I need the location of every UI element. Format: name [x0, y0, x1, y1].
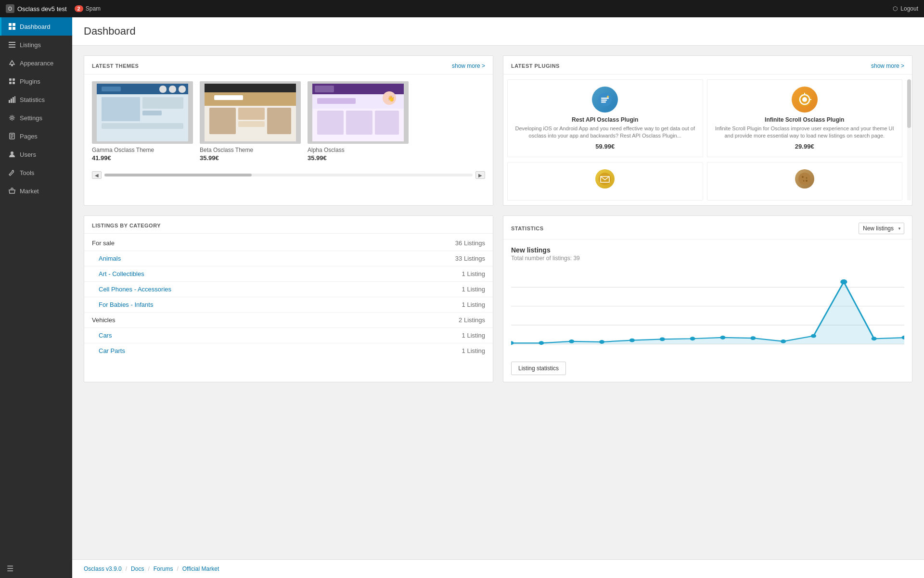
table-row: For Babies - Infants 1 Listing	[84, 297, 493, 312]
plugin-email[interactable]	[507, 162, 703, 201]
plugin-scroll-icon	[792, 87, 818, 113]
svg-text:O: O	[8, 6, 12, 12]
sidebar-item-market[interactable]: Market	[0, 182, 72, 200]
sidebar-item-label: Pages	[20, 133, 38, 140]
theme-beta-price: 35.99€	[200, 154, 301, 162]
sidebar-item-users[interactable]: Users	[0, 145, 72, 163]
category-name[interactable]: Cars	[84, 327, 360, 343]
plugin-api[interactable]: Rest API Osclass Plugin Developing iOS o…	[507, 79, 703, 157]
statistics-card: STATISTICS New listings Views Searches N…	[503, 215, 912, 382]
theme-beta-image	[200, 81, 301, 144]
footer-forums-link[interactable]: Forums	[154, 565, 173, 572]
theme-alpha-image: 👋	[308, 81, 409, 144]
svg-rect-33	[179, 86, 186, 93]
stats-chart-title: New listings	[511, 246, 904, 254]
category-count: 33 Listings	[360, 251, 493, 266]
stats-dropdown-wrapper[interactable]: New listings Views Searches	[859, 223, 904, 234]
svg-rect-37	[214, 95, 243, 100]
svg-rect-6	[9, 42, 15, 43]
svg-point-75	[660, 337, 665, 341]
logout-button[interactable]: ⬡ Logout	[893, 5, 918, 12]
plugins-scroll-track	[907, 79, 911, 201]
themes-container: Gamma Osclass Theme 41.99€	[84, 75, 493, 168]
sidebar-item-label: Plugins	[20, 78, 40, 85]
category-name[interactable]: Art - Collectibles	[84, 266, 360, 281]
sidebar-toggle-button[interactable]: ☰	[7, 564, 65, 573]
stats-dropdown[interactable]: New listings Views Searches	[859, 223, 904, 234]
svg-rect-29	[142, 111, 162, 115]
sidebar-bottom: ☰	[0, 559, 72, 578]
sidebar-item-label: Statistics	[20, 96, 45, 103]
listings-table: For sale 36 Listings Animals 33 Listings…	[84, 236, 493, 358]
chart-svg	[511, 268, 904, 355]
category-name[interactable]: Cell Phones - Accessories	[84, 281, 360, 297]
table-row: Cell Phones - Accessories 1 Listing	[84, 281, 493, 297]
category-name[interactable]: For sale	[84, 236, 360, 251]
svg-rect-27	[102, 123, 183, 129]
users-icon	[8, 151, 16, 158]
plugin-scroll[interactable]: Infinite Scroll Osclass Plugin Infinite …	[707, 79, 903, 157]
page-title: Dashboard	[84, 25, 912, 38]
themes-show-more-link[interactable]: show more >	[452, 63, 485, 69]
plugins-show-more-link[interactable]: show more >	[871, 63, 904, 69]
pages-icon	[8, 132, 16, 140]
svg-point-80	[811, 334, 816, 338]
theme-alpha[interactable]: 👋 Alpha Osclass 35.99€	[308, 81, 409, 162]
listings-card-header: LISTINGS BY CATEGORY	[84, 216, 493, 234]
plugin-cookie-icon	[795, 169, 814, 188]
sidebar-item-label: Settings	[20, 114, 42, 122]
svg-rect-31	[159, 86, 167, 93]
sidebar: Dashboard Listings Appearance Plugins St…	[0, 17, 72, 578]
plugins-outer: Rest API Osclass Plugin Developing iOS o…	[503, 75, 912, 205]
category-count: 36 Listings	[360, 236, 493, 251]
sidebar-item-settings[interactable]: Settings	[0, 109, 72, 127]
svg-point-78	[750, 336, 756, 340]
plugins-scroll-thumb	[907, 79, 911, 128]
footer-market-link[interactable]: Official Market	[182, 565, 219, 572]
svg-rect-47	[317, 111, 344, 135]
svg-rect-39	[238, 108, 265, 120]
svg-point-61	[798, 173, 811, 185]
category-name[interactable]: Car Parts	[84, 343, 360, 358]
plugins-scrollbar[interactable]	[907, 79, 911, 201]
sidebar-item-listings[interactable]: Listings	[0, 36, 72, 54]
topbar: O Osclass dev5 test 2 Spam ⬡ Logout	[0, 0, 924, 17]
svg-point-63	[806, 177, 807, 178]
svg-rect-35	[205, 84, 296, 92]
themes-card-header: LATEST THEMES show more >	[84, 56, 493, 75]
theme-gamma-image	[92, 81, 193, 144]
listings-icon	[8, 41, 16, 49]
plugin-scroll-price: 29.99€	[714, 143, 896, 150]
svg-rect-7	[9, 44, 15, 45]
sidebar-item-pages[interactable]: Pages	[0, 127, 72, 145]
table-row: Cars 1 Listing	[84, 327, 493, 343]
footer-version-link[interactable]: Osclass v3.9.0	[84, 565, 122, 572]
category-name[interactable]: Animals	[84, 251, 360, 266]
sidebar-item-tools[interactable]: Tools	[0, 163, 72, 182]
plugins-row-1: Rest API Osclass Plugin Developing iOS o…	[507, 79, 902, 157]
footer-sep-1: /	[126, 565, 127, 572]
svg-point-79	[781, 339, 786, 343]
theme-gamma[interactable]: Gamma Osclass Theme 41.99€	[92, 81, 193, 162]
sidebar-item-dashboard[interactable]: Dashboard	[0, 17, 72, 36]
svg-point-81	[840, 279, 847, 284]
category-name[interactable]: Vehicles	[84, 312, 360, 327]
themes-scrollbar[interactable]: ◀ ▶	[84, 168, 493, 184]
sidebar-item-plugins[interactable]: Plugins	[0, 72, 72, 90]
chart-area	[511, 268, 904, 355]
sidebar-item-statistics[interactable]: Statistics	[0, 90, 72, 109]
page-header: Dashboard	[72, 17, 924, 46]
sidebar-item-label: Users	[20, 151, 36, 158]
category-name[interactable]: For Babies - Infants	[84, 297, 360, 312]
sidebar-item-appearance[interactable]: Appearance	[0, 54, 72, 72]
table-row: Vehicles 2 Listings	[84, 312, 493, 327]
themes-prev-button[interactable]: ◀	[92, 171, 102, 179]
site-name[interactable]: O Osclass dev5 test	[6, 4, 67, 13]
listing-statistics-button[interactable]: Listing statistics	[511, 362, 566, 375]
themes-next-button[interactable]: ▶	[475, 171, 485, 179]
plugin-cookie[interactable]	[707, 162, 903, 201]
footer-sep-3: /	[177, 565, 178, 572]
footer-docs-link[interactable]: Docs	[131, 565, 144, 572]
spam-indicator[interactable]: 2 Spam	[75, 5, 101, 12]
theme-beta[interactable]: Beta Osclass Theme 35.99€	[200, 81, 301, 162]
